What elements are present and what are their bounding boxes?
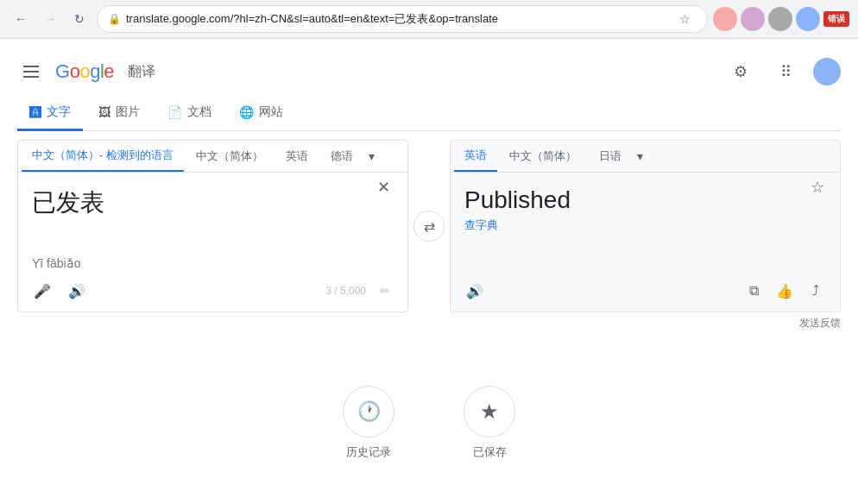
tab-image[interactable]: 🖼 图片 xyxy=(86,96,152,131)
profile-avatar-2 xyxy=(741,7,765,31)
source-lang-detected[interactable]: 中文（简体）- 检测到的语言 xyxy=(22,141,184,172)
text-icon: 🅰 xyxy=(29,105,41,119)
share-button[interactable]: ⤴ xyxy=(802,277,830,305)
back-button[interactable]: ← xyxy=(9,7,33,31)
tab-bar: 🅰 文字 🖼 图片 📄 文档 🌐 网站 xyxy=(17,96,841,131)
profile-avatar-1 xyxy=(713,7,737,31)
lang-switcher: ⇄ xyxy=(408,140,450,312)
edit-button[interactable]: ✏ xyxy=(373,279,397,303)
error-badge: 错误 xyxy=(823,11,849,27)
app-header: Google 翻译 ⚙ ⠿ xyxy=(17,47,841,96)
browser-toolbar: ← → ↻ 🔒 translate.google.com/?hl=zh-CN&s… xyxy=(0,0,858,38)
bottom-section: 🕐 历史记录 ★ 已保存 xyxy=(17,386,841,460)
source-lang-bar: 中文（简体）- 检测到的语言 中文（简体） 英语 德语 ▾ xyxy=(18,141,407,173)
saved-label: 已保存 xyxy=(473,444,507,460)
google-logo: Google xyxy=(55,60,114,83)
saved-icon: ★ xyxy=(464,386,515,438)
target-lang-en[interactable]: 英语 xyxy=(454,141,497,172)
romanization-text: Yī fābiǎo xyxy=(18,253,407,270)
history-item[interactable]: 🕐 历史记录 xyxy=(343,386,394,460)
target-lang-ja[interactable]: 日语 xyxy=(589,142,632,171)
apps-button[interactable]: ⠿ xyxy=(768,54,803,89)
source-panel-bottom: 🎤 🔊 3 / 5,000 ✏ xyxy=(18,270,407,312)
lock-icon: 🔒 xyxy=(108,13,121,25)
translation-area: 中文（简体）- 检测到的语言 中文（简体） 英语 德语 ▾ 已发表 Yī fāb… xyxy=(17,140,841,312)
source-lang-more[interactable]: ▾ xyxy=(365,144,378,168)
target-panel-icons: ⧉ 👍 ⤴ xyxy=(740,277,830,305)
tab-doc[interactable]: 📄 文档 xyxy=(155,96,224,131)
app-container: Google 翻译 ⚙ ⠿ 🅰 文字 🖼 图片 📄 文档 🌐 网站 xyxy=(0,39,858,460)
svg-rect-2 xyxy=(23,76,39,78)
menu-button[interactable] xyxy=(17,58,45,85)
app-name: 翻译 xyxy=(128,63,155,81)
saved-item[interactable]: ★ 已保存 xyxy=(464,386,515,460)
favorite-button[interactable]: ☆ xyxy=(804,173,831,201)
tab-text[interactable]: 🅰 文字 xyxy=(17,96,83,131)
char-count: 3 / 5,000 xyxy=(325,285,366,297)
web-icon: 🌐 xyxy=(239,105,254,119)
source-speaker-button[interactable]: 🔊 xyxy=(63,277,91,305)
source-lang-en[interactable]: 英语 xyxy=(275,142,319,171)
svg-rect-1 xyxy=(23,71,39,72)
feedback-area: 发送反馈 xyxy=(17,312,841,334)
address-bar[interactable]: 🔒 translate.google.com/?hl=zh-CN&sl=auto… xyxy=(97,5,708,33)
target-lang-bar: 英语 中文（简体） 日语 ▾ xyxy=(451,141,840,173)
clear-button[interactable]: ✕ xyxy=(369,173,397,201)
reload-button[interactable]: ↻ xyxy=(67,7,91,31)
feedback-link[interactable]: 发送反馈 xyxy=(799,316,841,331)
target-speaker-button[interactable]: 🔊 xyxy=(461,277,489,305)
url-text: translate.google.com/?hl=zh-CN&sl=auto&t… xyxy=(126,11,667,27)
source-panel: 中文（简体）- 检测到的语言 中文（简体） 英语 德语 ▾ 已发表 Yī fāb… xyxy=(17,140,408,312)
svg-rect-0 xyxy=(23,66,39,67)
user-avatar[interactable] xyxy=(813,58,841,85)
source-lang-zh[interactable]: 中文（简体） xyxy=(186,142,274,171)
dictionary-link[interactable]: 查字典 xyxy=(451,214,840,236)
browser-chrome: ← → ↻ 🔒 translate.google.com/?hl=zh-CN&s… xyxy=(0,0,858,39)
target-panel: 英语 中文（简体） 日语 ▾ Published ☆ 查字典 🔊 ⧉ 👍 ⤴ xyxy=(450,140,841,312)
source-mic-button[interactable]: 🎤 xyxy=(28,277,56,305)
copy-button[interactable]: ⧉ xyxy=(740,277,767,305)
bookmark-button[interactable]: ☆ xyxy=(672,7,697,31)
history-icon: 🕐 xyxy=(343,386,394,438)
image-icon: 🖼 xyxy=(98,105,110,119)
target-lang-zh[interactable]: 中文（简体） xyxy=(499,142,587,171)
toolbar-icons: 错误 xyxy=(713,7,849,31)
thumbs-up-button[interactable]: 👍 xyxy=(771,277,798,305)
target-output-text: Published xyxy=(451,173,840,214)
tab-web[interactable]: 🌐 网站 xyxy=(227,96,295,131)
profile-avatar-main[interactable] xyxy=(796,7,820,31)
source-input-text[interactable]: 已发表 xyxy=(18,173,407,253)
target-lang-more[interactable]: ▾ xyxy=(634,144,647,168)
doc-icon: 📄 xyxy=(167,105,182,119)
swap-languages-button[interactable]: ⇄ xyxy=(413,211,445,242)
forward-button[interactable]: → xyxy=(38,7,62,31)
source-lang-de[interactable]: 德语 xyxy=(320,142,363,171)
settings-button[interactable]: ⚙ xyxy=(723,54,758,89)
profile-avatar-3 xyxy=(768,7,792,31)
history-label: 历史记录 xyxy=(346,444,391,460)
target-panel-bottom: 🔊 ⧉ 👍 ⤴ xyxy=(451,270,840,312)
